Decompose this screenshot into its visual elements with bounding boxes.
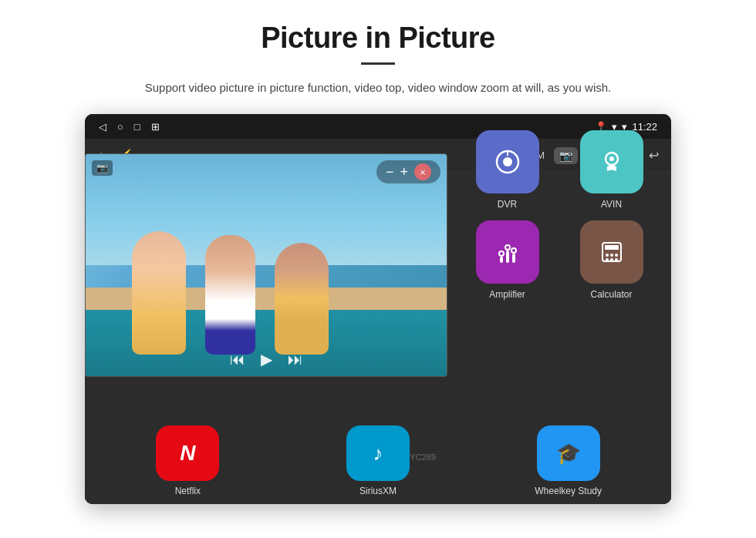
pip-plus-button[interactable]: + <box>400 164 408 180</box>
wheelkey-icon: 🎓 <box>537 425 600 481</box>
app-area: 📷 − + × ⏮ ▶ ⏭ <box>85 173 671 504</box>
pip-video[interactable]: 📷 − + × ⏮ ▶ ⏭ <box>85 153 447 377</box>
svg-point-4 <box>609 156 614 161</box>
svg-point-10 <box>511 248 516 253</box>
menu-nav-icon[interactable]: ⊞ <box>151 121 160 133</box>
svg-point-14 <box>610 254 613 257</box>
device-frame: ◁ ○ □ ⊞ 📍 ▾ ▾ 11:22 ⌂ ⚡ ▾ 5:28 PM 📷 <box>85 114 671 504</box>
apps-right-grid: DVR AVIN <box>447 123 671 308</box>
siriusxm-icon: ♪ <box>346 425 410 481</box>
person1 <box>132 231 186 355</box>
page-subtitle: Support video picture in picture functio… <box>145 79 611 97</box>
avin-label: AVIN <box>601 199 622 210</box>
pip-minus-button[interactable]: − <box>386 164 394 180</box>
apps-bottom-row: N Netflix ♪ SiriusXM 🎓 Wheelkey Study <box>85 419 671 504</box>
pip-close-icon: × <box>420 166 426 178</box>
dvr-label: DVR <box>498 199 517 210</box>
watermark: YC289 <box>410 452 436 462</box>
app-netflix[interactable]: N Netflix <box>149 425 226 496</box>
calculator-label: Calculator <box>590 289 632 300</box>
wheelkey-label: Wheelkey Study <box>535 486 602 496</box>
svg-point-1 <box>503 157 512 166</box>
app-amplifier[interactable]: Amplifier <box>463 220 552 300</box>
pip-controls: − + × <box>376 160 440 183</box>
back-nav-icon[interactable]: ◁ <box>99 121 106 133</box>
netflix-icon: N <box>156 425 219 481</box>
svg-point-8 <box>499 251 504 256</box>
video-bottom-controls: ⏮ ▶ ⏭ <box>93 350 439 368</box>
home-nav-icon[interactable]: ○ <box>117 121 123 133</box>
svg-rect-12 <box>605 245 619 250</box>
pip-close-button[interactable]: × <box>414 163 431 180</box>
svg-point-13 <box>606 254 609 257</box>
netflix-label: Netflix <box>175 486 201 496</box>
video-controls: 📷 − + × <box>92 160 440 183</box>
avin-icon <box>580 130 643 193</box>
app-avin[interactable]: AVIN <box>567 130 656 210</box>
svg-rect-7 <box>512 254 515 263</box>
amplifier-icon <box>476 220 539 284</box>
recent-nav-icon[interactable]: □ <box>134 121 140 133</box>
svg-rect-5 <box>500 257 503 263</box>
dvr-icon <box>476 130 539 193</box>
prev-button[interactable]: ⏮ <box>230 351 245 368</box>
status-bar-left: ◁ ○ □ ⊞ <box>99 121 160 133</box>
person3 <box>275 243 329 355</box>
svg-rect-6 <box>506 251 509 263</box>
svg-point-18 <box>615 258 618 261</box>
page-title: Picture in Picture <box>261 22 495 55</box>
app-dvr[interactable]: DVR <box>463 130 552 210</box>
play-button[interactable]: ▶ <box>261 350 272 368</box>
svg-point-17 <box>610 258 613 261</box>
next-button[interactable]: ⏭ <box>288 351 303 368</box>
siriusxm-label: SiriusXM <box>359 486 397 496</box>
svg-point-9 <box>505 245 510 250</box>
pip-video-inner: 📷 − + × ⏮ ▶ ⏭ <box>86 154 447 376</box>
person2 <box>205 235 255 355</box>
title-divider <box>361 62 395 65</box>
app-calculator[interactable]: Calculator <box>567 220 656 300</box>
app-siriusxm[interactable]: ♪ SiriusXM <box>339 425 417 496</box>
amplifier-label: Amplifier <box>489 289 525 300</box>
record-icon: 📷 <box>92 160 113 176</box>
svg-point-15 <box>615 254 618 257</box>
svg-point-16 <box>606 258 609 261</box>
calculator-icon <box>580 220 643 284</box>
app-wheelkey[interactable]: 🎓 Wheelkey Study <box>530 425 607 496</box>
